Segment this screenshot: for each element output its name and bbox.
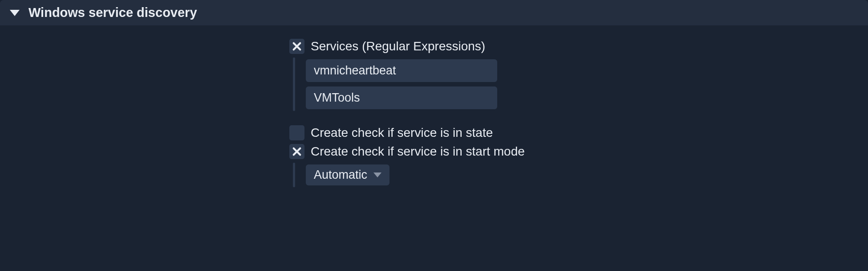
settings-panel: Windows service discovery Services (Regu…: [0, 0, 868, 271]
option-row-start-mode: Create check if service is in start mode: [289, 144, 868, 159]
collapse-down-icon[interactable]: [10, 10, 20, 16]
option-label-state: Create check if service is in state: [311, 126, 493, 140]
option-label-start-mode: Create check if service is in start mode: [311, 144, 525, 159]
option-row-state: Create check if service is in state: [289, 125, 868, 140]
service-regex-input-0[interactable]: [306, 59, 497, 82]
x-icon: [292, 147, 302, 156]
option-row-services: Services (Regular Expressions): [289, 39, 868, 54]
chevron-down-icon: [373, 172, 381, 177]
indent-bar-icon: [293, 57, 295, 111]
indent-bar-icon: [293, 163, 295, 187]
panel-title: Windows service discovery: [28, 5, 197, 20]
checkbox-state[interactable]: [289, 125, 304, 140]
x-icon: [292, 41, 302, 51]
checkbox-start-mode[interactable]: [289, 144, 304, 159]
services-sub-block: [293, 57, 868, 111]
service-regex-input-1[interactable]: [306, 86, 497, 109]
panel-header[interactable]: Windows service discovery: [0, 0, 868, 25]
start-mode-sub-block: Automatic: [293, 163, 868, 187]
dropdown-selected-label: Automatic: [314, 168, 367, 182]
panel-body: Services (Regular Expressions) Create ch…: [0, 25, 868, 203]
start-mode-dropdown[interactable]: Automatic: [306, 164, 389, 185]
start-mode-content: Automatic: [306, 163, 389, 187]
checkbox-services[interactable]: [289, 39, 304, 54]
option-label-services: Services (Regular Expressions): [311, 39, 485, 53]
services-list: [306, 57, 497, 111]
